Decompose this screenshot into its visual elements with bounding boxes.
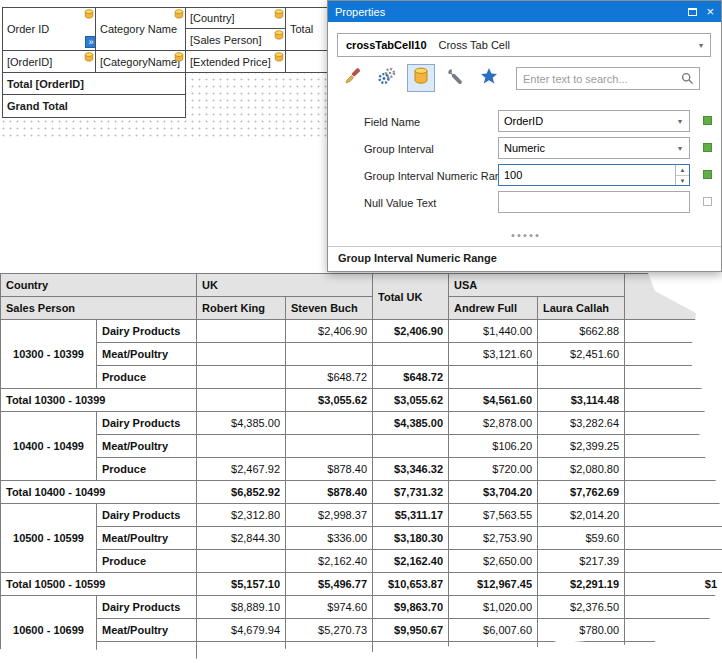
table-row: Meat/Poultry $106.20 $2,399.25 [1, 435, 722, 458]
range-cell: 10300 - 10399 [1, 320, 97, 389]
numeric-range-input[interactable] [499, 169, 675, 181]
wrench-icon [446, 67, 464, 89]
table-row: 10300 - 10399 Dairy Products $2,406.90 $… [1, 320, 722, 343]
field-binding-icon [274, 52, 284, 62]
crosstab-cell-order-id[interactable]: Order ID » [2, 7, 96, 51]
database-icon [413, 67, 429, 89]
crosstab-cell-country[interactable]: [Country] [185, 7, 286, 29]
range-cell: 10600 - 10699 [1, 596, 97, 663]
close-icon[interactable]: × [706, 5, 714, 18]
behavior-tab[interactable] [373, 64, 401, 92]
table-row: Produce $648.72 $648.72 [1, 366, 722, 389]
cell-label: Grand Total [7, 100, 68, 112]
cell-label: Total [OrderID] [7, 78, 84, 90]
value-cell: $2,998.37 [286, 504, 373, 527]
crosstab-cell-extendedprice-field[interactable]: [Extended Price] [185, 50, 286, 73]
field-binding-icon [174, 52, 184, 62]
value-cell: $1 [625, 573, 722, 596]
gears-icon [377, 67, 397, 89]
data-tab[interactable] [407, 64, 435, 92]
property-unset-indicator [703, 197, 712, 206]
value-cell: $6,852.92 [197, 481, 286, 504]
value-cell: $3,121.60 [449, 343, 538, 366]
value-cell: $3,704.20 [449, 481, 538, 504]
properties-toolbar [339, 64, 503, 92]
category-cell: Meat/Poultry [97, 435, 197, 458]
favorites-tab[interactable] [475, 64, 503, 92]
search-input[interactable] [517, 73, 681, 85]
spin-down-icon[interactable]: ▼ [676, 176, 689, 186]
value-cell: $974.60 [286, 596, 373, 619]
properties-panel: Properties × crossTabCell10 Cross Tab Ce… [327, 0, 722, 272]
chevron-down-icon: ▾ [678, 117, 682, 126]
star-icon [480, 67, 498, 89]
group-interval-editor[interactable]: Numeric ▾ [498, 137, 690, 159]
restore-icon[interactable] [688, 8, 697, 16]
value-cell: $4,385.00 [373, 412, 449, 435]
value-cell: $2,399.25 [538, 435, 625, 458]
crosstab-cell-categoryname-field[interactable]: [CategoryName] [95, 50, 186, 73]
header-country: Country [1, 274, 197, 297]
cell-label: [Country] [190, 12, 235, 24]
crosstab-cell-orderid-field[interactable]: [OrderID] [2, 50, 96, 73]
appearance-tab[interactable] [339, 64, 367, 92]
object-selector-dropdown[interactable]: crossTabCell10 Cross Tab Cell ▾ [337, 33, 711, 57]
numeric-range-label: Group Interval Numeric Range [364, 170, 513, 182]
value-cell: $4,385.00 [197, 412, 286, 435]
splitter-handle[interactable] [511, 234, 538, 237]
value-cell: $2,844.30 [197, 527, 286, 550]
value-cell [373, 435, 449, 458]
total-row: Total 10500 - 10599 $5,157.10 $5,496.77 … [1, 573, 722, 596]
cell-label: [Sales Person] [190, 34, 262, 46]
layout-tab[interactable] [441, 64, 469, 92]
value-cell: $2,467.92 [197, 458, 286, 481]
crosstab-cell-grand-total[interactable]: Grand Total [2, 94, 186, 118]
section-divider [328, 246, 721, 247]
table-row: Produce $2,162.40 $2,162.40 $2,650.00 $2… [1, 550, 722, 573]
value-cell: $9,950.67 [373, 619, 449, 642]
table-row: Produce $2,467.92 $878.40 $3,346.32 $720… [1, 458, 722, 481]
report-designer-surface: Order ID » Category Name [Country] [Sale… [0, 0, 340, 273]
value-cell [373, 642, 449, 663]
value-cell: $2,650.00 [449, 550, 538, 573]
field-name-value: OrderID [504, 115, 684, 127]
value-cell: $3,180.30 [373, 527, 449, 550]
value-cell: $662.88 [538, 320, 625, 343]
category-cell: Produce [97, 642, 197, 663]
crosstab-cell-sales-person[interactable]: [Sales Person] [185, 28, 286, 51]
table-row: 10500 - 10599 Dairy Products $2,312.80 $… [1, 504, 722, 527]
value-cell: $2,291.19 [538, 573, 625, 596]
header-laura-callah: Laura Callah [538, 297, 625, 320]
value-cell: $3,282.64 [538, 412, 625, 435]
selected-object-type: Cross Tab Cell [439, 39, 510, 51]
table-row: Meat/Poultry $3,121.60 $2,451.60 [1, 343, 722, 366]
cell-label: Order ID [7, 23, 49, 35]
value-cell [449, 366, 538, 389]
value-cell [286, 435, 373, 458]
header-sales-person: Sales Person [1, 297, 197, 320]
null-value-text-input[interactable] [504, 196, 684, 208]
crosstab-cell-category-name[interactable]: Category Name [95, 7, 186, 51]
value-cell: $8,889.10 [197, 596, 286, 619]
value-cell: $2,080.80 [538, 458, 625, 481]
property-row-field-name: Field Name OrderID ▾ [328, 109, 721, 134]
value-cell [625, 320, 722, 343]
value-cell [286, 642, 373, 663]
property-row-group-interval: Group Interval Numeric ▾ [328, 136, 721, 161]
value-cell: $2,406.90 [286, 320, 373, 343]
properties-titlebar[interactable]: Properties × [328, 1, 721, 22]
range-cell: 10400 - 10499 [1, 412, 97, 481]
total-label-cell: Total 10300 - 10399 [1, 389, 197, 412]
value-cell [625, 458, 722, 481]
value-cell: $720.00 [449, 458, 538, 481]
category-cell: Meat/Poultry [97, 343, 197, 366]
value-cell: $2,162.40 [286, 550, 373, 573]
value-cell [625, 343, 722, 366]
spin-up-icon[interactable]: ▲ [676, 165, 689, 176]
cell-label: [CategoryName] [100, 56, 180, 68]
property-set-indicator [703, 116, 712, 125]
crosstab-cell-total-orderid[interactable]: Total [OrderID] [2, 72, 186, 95]
field-name-editor[interactable]: OrderID ▾ [498, 110, 690, 132]
value-cell [197, 435, 286, 458]
field-binding-icon [84, 52, 94, 62]
